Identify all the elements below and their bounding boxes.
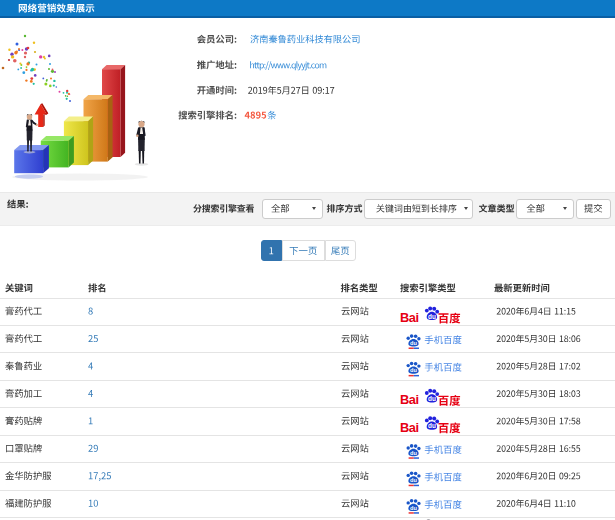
svg-text:Bai: Bai	[400, 310, 419, 325]
svg-text:du: du	[428, 313, 436, 320]
svg-text:du: du	[410, 505, 417, 511]
svg-text:du: du	[410, 340, 417, 346]
svg-text:Bai: Bai	[400, 420, 419, 435]
svg-text:du: du	[410, 477, 417, 483]
svg-text:du: du	[410, 367, 417, 373]
svg-text:du: du	[428, 422, 436, 429]
svg-text:du: du	[428, 395, 436, 402]
svg-text:du: du	[410, 450, 417, 456]
svg-text:Bai: Bai	[400, 392, 419, 407]
